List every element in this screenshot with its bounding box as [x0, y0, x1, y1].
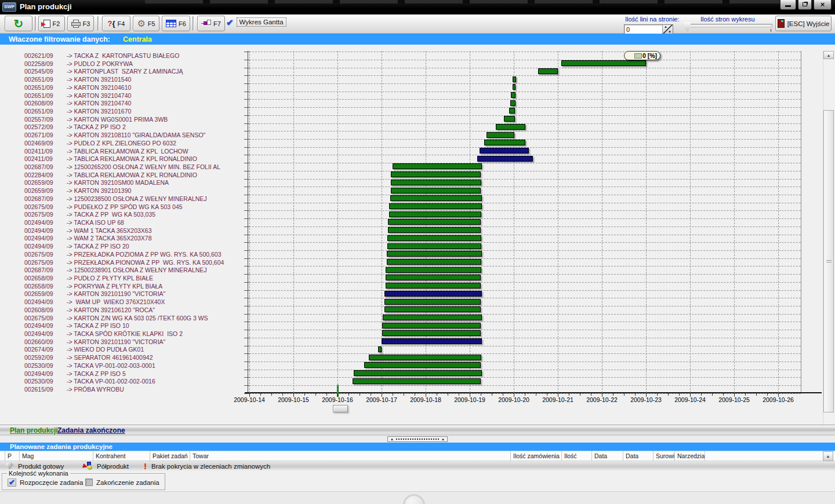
chart-pages-slider-track[interactable] [684, 24, 772, 27]
gantt-bar[interactable] [386, 275, 481, 280]
spinner-value[interactable]: 0 [625, 25, 662, 34]
chart-pages-slider-thumb[interactable] [684, 22, 691, 32]
gantt-bar[interactable] [389, 203, 482, 209]
gantt-bar[interactable] [382, 330, 481, 336]
tab-zadania-zakonczone[interactable]: Zadania zakończone [57, 426, 125, 434]
task-row-label: 002284/09 -> TABLICA REKLAMOWA Z KPL RON… [24, 171, 197, 178]
gantt-chart-checkbox[interactable]: ✔ Wykres Gantta [226, 17, 286, 27]
f4-button[interactable]: ?{ F4 [102, 16, 130, 31]
gantt-bar[interactable] [384, 306, 481, 312]
close-button[interactable]: × [814, 0, 832, 10]
lines-per-page-spinner[interactable]: 0 ▲▼ [624, 24, 673, 34]
gantt-bar[interactable] [484, 140, 525, 145]
legend-item-no-coverage: ! Brak pokrycia w zleceniach zmianowych [144, 461, 270, 471]
gantt-bar[interactable] [386, 267, 481, 273]
gantt-bar[interactable] [353, 378, 481, 384]
refresh-button[interactable]: ↻ [5, 16, 32, 31]
f7-button[interactable]: F7 [197, 16, 225, 31]
axis-row-tick [244, 242, 249, 243]
gantt-bar[interactable] [538, 68, 558, 74]
gantt-bar[interactable] [390, 195, 482, 201]
axis-tick [778, 393, 779, 397]
column-header-ilo-zam-wienia[interactable]: Ilość zamówienia [510, 451, 561, 461]
gantt-bar[interactable] [387, 251, 481, 257]
gantt-bar[interactable] [382, 323, 481, 328]
gantt-bar[interactable] [513, 76, 516, 82]
f3-print-button[interactable]: F3 [67, 16, 94, 31]
spinner-arrows[interactable]: ▲▼ [662, 25, 673, 34]
gantt-bar[interactable] [387, 243, 481, 249]
gantt-bar[interactable] [387, 259, 481, 265]
f5-settings-button[interactable]: ⚙ F5 [133, 16, 159, 31]
exit-button[interactable]: [ESC] Wyjście [775, 16, 832, 31]
gantt-bar[interactable] [393, 163, 482, 169]
gantt-bar[interactable] [510, 100, 515, 106]
x-axis-date-label: 2009-10-20 [492, 396, 536, 403]
table-scroll-up-button[interactable]: ▲ [823, 451, 833, 461]
filter-label: Właczone filtrowanie danych: [9, 35, 110, 43]
arrow-up-icon: ▲ [390, 437, 394, 441]
gantt-bar[interactable] [513, 84, 515, 90]
gantt-bar[interactable] [391, 188, 481, 193]
gantt-bar[interactable] [388, 227, 481, 233]
axis-row-tick [244, 155, 249, 155]
scrollbar-thumb[interactable] [823, 110, 834, 412]
column-header-ilo-[interactable]: Ilość [561, 451, 591, 461]
gantt-bar[interactable] [391, 171, 481, 177]
axis-row-tick [244, 385, 249, 386]
gantt-bar[interactable] [487, 132, 514, 138]
gantt-bar[interactable] [504, 116, 515, 122]
globe-icon [403, 494, 425, 504]
axis-tick [547, 393, 547, 396]
panel-title: Planowane zadania produkcyjne [10, 443, 112, 451]
column-header-p[interactable]: P [5, 451, 19, 461]
gantt-bar[interactable] [384, 299, 481, 305]
task-end-checkbox[interactable]: Zakończenie zadania [85, 479, 159, 486]
task-start-checkbox[interactable]: ✔ Rozpoczęcie zadania [8, 479, 83, 487]
scroll-up-button[interactable]: ▲ [823, 51, 834, 59]
column-header-data[interactable]: Data [623, 451, 653, 461]
axis-tick [734, 393, 735, 397]
tab-plan-produkcji[interactable]: Plan produkcji [10, 426, 58, 434]
gantt-bar[interactable] [383, 315, 482, 320]
gantt-bar[interactable] [511, 92, 515, 98]
minimize-button[interactable] [780, 0, 796, 10]
gantt-bar[interactable] [561, 60, 646, 66]
column-header-kontrahent[interactable]: Kontrahent [93, 451, 150, 461]
f6-table-button[interactable]: F6 [162, 16, 190, 31]
gantt-bar[interactable] [480, 148, 529, 154]
restore-button[interactable] [798, 0, 812, 10]
axis-row-tick [244, 361, 249, 362]
gantt-bar[interactable] [477, 156, 533, 162]
column-header-narzedzia[interactable]: Narzedzia [674, 451, 705, 461]
gantt-bar[interactable] [391, 180, 481, 185]
date-gridline [249, 51, 250, 393]
gantt-bar[interactable] [386, 283, 481, 288]
column-header-data[interactable]: Data [591, 451, 623, 461]
gantt-bar[interactable] [354, 370, 482, 376]
column-header-pakiet-zada-[interactable]: Pakiet zadań [150, 451, 190, 461]
f2-button[interactable]: F2 [38, 16, 65, 31]
gantt-bar[interactable] [382, 338, 482, 344]
chart-vertical-scrollbar[interactable]: ▲ ▼ [823, 51, 833, 440]
axis-row-tick [244, 123, 249, 124]
axis-tick [712, 393, 713, 396]
chart-horizontal-slider-handle[interactable] [333, 405, 348, 412]
legend-strip: Produkt gotowy Półprodukt ! Brak pokryci… [0, 461, 835, 471]
gantt-bar[interactable] [496, 124, 525, 130]
gantt-bar[interactable] [378, 346, 382, 352]
splitter-handle[interactable]: ▲ ▲ [387, 436, 448, 442]
gantt-bar[interactable] [387, 235, 481, 241]
axis-tick [514, 393, 514, 397]
task-row-label: 002494/09 -> TACKA SPÓD KRÓTKIE KLAPKI I… [24, 330, 183, 337]
gantt-bar[interactable] [384, 291, 481, 297]
row-gridline [246, 353, 801, 354]
column-header-mag[interactable]: Mag [19, 451, 93, 461]
gantt-bar[interactable] [389, 211, 481, 217]
gantt-bar[interactable] [388, 219, 481, 225]
gantt-bar[interactable] [364, 362, 481, 368]
gantt-bar[interactable] [369, 355, 481, 360]
gantt-bar[interactable] [509, 108, 515, 114]
column-header-surowiec[interactable]: Surowiec [653, 451, 674, 461]
column-header-towar[interactable]: Towar [190, 451, 510, 461]
